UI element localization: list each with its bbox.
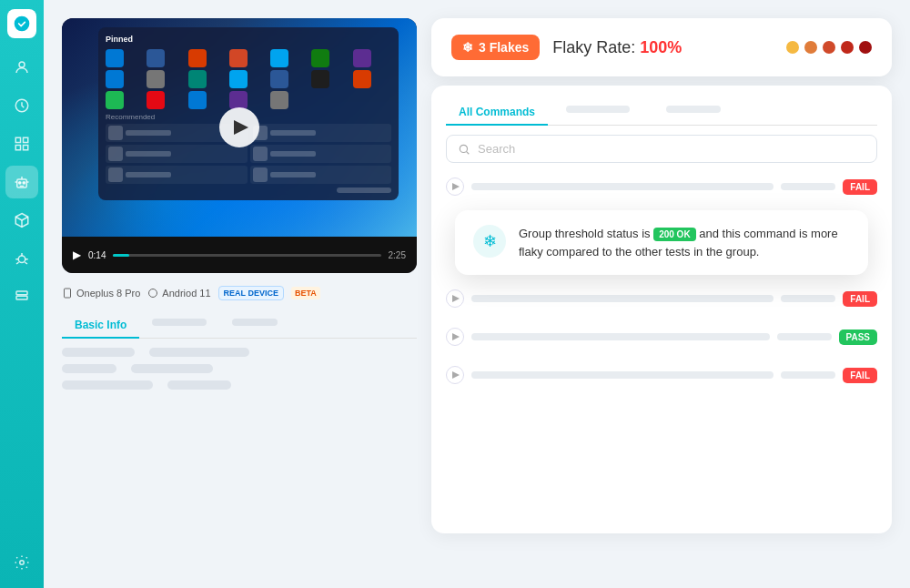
tooltip-card: ❄ Group threshold status is 200 OK and t…: [455, 210, 868, 275]
svg-point-9: [23, 182, 25, 184]
sidebar-item-clock[interactable]: [5, 89, 38, 122]
info-bar-2: [149, 348, 249, 357]
sidebar-item-layers[interactable]: [5, 280, 38, 313]
sidebar-item-bug[interactable]: [5, 242, 38, 275]
sidebar-item-user[interactable]: [5, 51, 38, 84]
app-settings: [147, 70, 165, 88]
badge-fail-3: FAIL: [843, 368, 877, 383]
cmd-bar-1: [471, 183, 774, 190]
svg-rect-6: [24, 146, 28, 150]
dot-2: [804, 41, 817, 54]
progress-fill: [113, 254, 129, 257]
cmd-play-1[interactable]: [446, 177, 464, 196]
tab-left-2[interactable]: [139, 313, 219, 339]
info-bar-5: [62, 380, 153, 390]
taskbar-bar: [337, 188, 391, 193]
device-os-tag: Andriod 11: [147, 288, 210, 299]
svg-point-8: [19, 182, 21, 184]
right-panel: ❄ 3 Flakes Flaky Rate: 100%: [431, 18, 892, 533]
info-bar-1: [62, 348, 135, 357]
cmd-row-1: FAIL: [446, 172, 877, 201]
cmd-bar-2: [471, 295, 774, 302]
svg-point-1: [19, 62, 25, 67]
cmd-bar-sm-1: [781, 183, 835, 190]
video-player[interactable]: Pinned: [62, 18, 417, 273]
info-row-1: [62, 348, 417, 357]
cmd-play-4[interactable]: [446, 366, 464, 384]
flakes-count: 3 Flakes: [479, 40, 529, 55]
android-icon: [147, 288, 158, 299]
dot-4: [841, 41, 854, 54]
app-dark: [311, 70, 329, 88]
sidebar-item-settings[interactable]: [5, 546, 38, 579]
sidebar-item-grid[interactable]: [5, 127, 38, 160]
cmd-play-3[interactable]: [446, 328, 464, 346]
status-200-badge: 200 OK: [653, 228, 695, 241]
search-icon: [458, 143, 470, 156]
sidebar-item-robot[interactable]: [5, 166, 38, 198]
cmd-bar-sm-2: [781, 295, 835, 302]
search-input[interactable]: [478, 142, 865, 156]
tab-basic-info[interactable]: Basic Info: [62, 313, 139, 339]
flake-card: ❄ 3 Flakes Flaky Rate: 100%: [431, 18, 892, 76]
tab-left-3[interactable]: [219, 313, 290, 339]
left-panel: Pinned: [62, 18, 417, 533]
info-bar-4: [131, 364, 213, 373]
info-bar-6: [167, 380, 231, 390]
app-b3: [188, 91, 207, 109]
tab-placeholder-2: [152, 319, 207, 326]
svg-point-13: [20, 561, 25, 565]
svg-rect-4: [24, 137, 28, 142]
app-xbox: [229, 70, 248, 88]
main-content: Pinned: [44, 0, 910, 552]
app-netflix: [147, 91, 165, 109]
cmd-tab-2[interactable]: [548, 100, 648, 126]
tab-placeholder-3: [232, 319, 278, 326]
search-box[interactable]: [446, 135, 877, 163]
dot-3: [823, 41, 835, 54]
badge-pass-1: PASS: [839, 329, 878, 345]
device-os: Andriod 11: [162, 288, 210, 299]
app-word: [147, 49, 165, 67]
svg-point-0: [15, 16, 30, 32]
cmd-play-2[interactable]: [446, 289, 464, 308]
play-icon[interactable]: ▶: [73, 248, 81, 261]
cmd-row-2: FAIL: [446, 284, 877, 313]
play-button[interactable]: [219, 107, 259, 147]
svg-rect-14: [65, 289, 71, 298]
logo[interactable]: [7, 9, 36, 38]
time-total: 2:25: [389, 250, 406, 260]
svg-point-10: [18, 256, 25, 263]
dot-1: [786, 41, 799, 54]
device-name-tag: Oneplus 8 Pro: [62, 288, 140, 299]
cmd-row-4: FAIL: [446, 360, 877, 390]
svg-rect-12: [16, 296, 27, 299]
svg-rect-11: [16, 291, 27, 295]
progress-bar[interactable]: [113, 254, 380, 257]
tooltip-text: Group threshold status is 200 OK and thi…: [519, 225, 850, 260]
app-orange: [353, 70, 371, 88]
device-name: Oneplus 8 Pro: [76, 288, 140, 299]
cmd-tab-3[interactable]: [648, 100, 739, 126]
video-controls: ▶ 0:14 2:25: [62, 237, 417, 273]
commands-panel: All Commands: [431, 86, 892, 533]
cmd-bar-sm-4: [781, 371, 835, 379]
real-device-badge: REAL DEVICE: [218, 286, 284, 300]
cmd-bar-sm-3: [777, 333, 832, 340]
tooltip-snowflake-icon: ❄: [473, 225, 506, 258]
svg-point-16: [149, 289, 157, 298]
app-ms: [270, 49, 288, 67]
video-frame: Pinned: [62, 18, 417, 237]
svg-point-17: [460, 145, 467, 152]
rec-item-2: [250, 124, 392, 142]
app-excel: [188, 49, 207, 67]
sidebar: [0, 0, 44, 588]
app-spotify: [106, 91, 124, 109]
cmd-tab-all[interactable]: All Commands: [446, 100, 548, 126]
app-edge: [106, 49, 124, 67]
command-tabs: All Commands: [446, 100, 877, 126]
flaky-rate-label: Flaky Rate: 100%: [552, 38, 682, 57]
rec-item-5: [106, 166, 248, 184]
sidebar-item-cube[interactable]: [5, 204, 38, 237]
cmd-row-3: PASS: [446, 322, 877, 351]
